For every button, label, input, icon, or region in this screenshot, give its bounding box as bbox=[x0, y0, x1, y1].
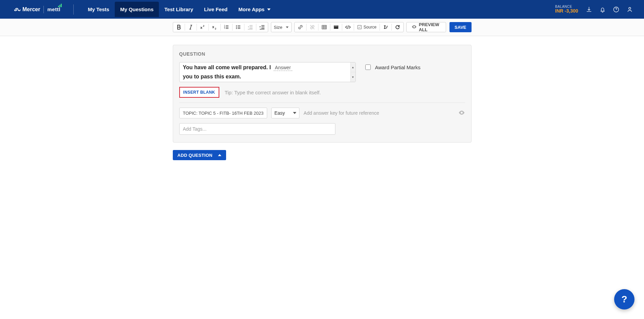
editor-spinner: ▲ ▼ bbox=[350, 62, 355, 82]
formula-button[interactable] bbox=[381, 23, 390, 31]
nav-label: Test Library bbox=[164, 6, 193, 12]
brand-separator bbox=[43, 6, 44, 13]
video-button[interactable] bbox=[332, 23, 341, 31]
svg-text:x: x bbox=[212, 25, 215, 29]
source-button[interactable]: Source bbox=[355, 23, 378, 31]
nav-label: My Tests bbox=[88, 6, 109, 12]
help-icon[interactable] bbox=[613, 6, 620, 13]
bold-button[interactable] bbox=[174, 23, 183, 31]
balance[interactable]: BALANCE INR -3,300 bbox=[555, 5, 578, 14]
infinity-icon bbox=[14, 7, 20, 12]
insert-blank-label: INSERT BLANK bbox=[183, 90, 215, 95]
superscript-button[interactable]: x2 bbox=[198, 23, 207, 31]
svg-rect-15 bbox=[335, 26, 335, 26]
svg-text:x: x bbox=[200, 25, 203, 30]
chevron-down-icon bbox=[267, 8, 271, 11]
tags-input[interactable] bbox=[179, 123, 335, 135]
code-button[interactable] bbox=[344, 23, 352, 31]
nav-more-apps[interactable]: More Apps bbox=[233, 2, 276, 17]
insert-blank-button[interactable]: INSERT BLANK bbox=[179, 87, 219, 98]
download-icon[interactable] bbox=[586, 6, 592, 13]
divider bbox=[179, 102, 465, 103]
brand-mercer: Mercer bbox=[14, 6, 40, 13]
bars-icon bbox=[58, 4, 62, 7]
user-icon[interactable] bbox=[626, 6, 633, 13]
svg-point-9 bbox=[236, 25, 237, 26]
top-icons bbox=[586, 6, 633, 13]
partial-marks-label: Award Partial Marks bbox=[375, 64, 421, 70]
refresh-button[interactable] bbox=[393, 23, 402, 31]
svg-point-1 bbox=[629, 7, 631, 9]
link-button[interactable] bbox=[296, 23, 305, 31]
blank-field[interactable]: Answer bbox=[274, 65, 292, 71]
question-card: QUESTION You have all come well prepared… bbox=[173, 45, 472, 143]
chevron-down-icon bbox=[286, 26, 289, 28]
svg-point-10 bbox=[236, 27, 237, 28]
insert-group: Source bbox=[294, 22, 404, 32]
page-content: QUESTION You have all come well prepared… bbox=[0, 36, 644, 174]
outdent-button[interactable] bbox=[246, 23, 255, 31]
add-question-label: ADD QUESTION bbox=[178, 153, 213, 158]
caret-up-icon bbox=[218, 154, 221, 156]
question-editor[interactable]: You have all come well prepared. I Answe… bbox=[179, 62, 356, 82]
nav-label: Live Feed bbox=[204, 6, 227, 12]
top-nav: Mercer mettl My Tests My Questions Test … bbox=[0, 0, 644, 19]
brand[interactable]: Mercer mettl bbox=[14, 6, 60, 13]
spinner-down[interactable]: ▼ bbox=[351, 72, 355, 82]
source-label: Source bbox=[364, 25, 376, 30]
svg-text:2: 2 bbox=[203, 25, 204, 27]
main-nav: My Tests My Questions Test Library Live … bbox=[82, 0, 276, 19]
spinner-up[interactable]: ▲ bbox=[351, 62, 355, 72]
svg-rect-18 bbox=[337, 26, 337, 26]
svg-rect-12 bbox=[322, 25, 326, 29]
italic-button[interactable] bbox=[186, 23, 195, 31]
question-text-before: You have all come well prepared. I bbox=[183, 64, 271, 71]
eye-icon bbox=[411, 25, 417, 30]
question-heading: QUESTION bbox=[179, 51, 465, 57]
difficulty-value: Easy bbox=[274, 110, 285, 116]
answer-key-input[interactable]: Add answer key for future reference bbox=[303, 110, 454, 116]
answer-key-placeholder: Add answer key for future reference bbox=[303, 110, 379, 116]
question-text-after: you to pass this exam. bbox=[183, 74, 241, 80]
svg-text:3: 3 bbox=[224, 27, 225, 29]
nav-my-questions[interactable]: My Questions bbox=[115, 2, 159, 17]
indent-button[interactable] bbox=[258, 23, 266, 31]
format-group: x2 x2 123 bbox=[173, 22, 268, 32]
partial-marks-option[interactable]: Award Partial Marks bbox=[364, 63, 421, 71]
nav-my-tests[interactable]: My Tests bbox=[82, 2, 115, 17]
preview-label: PREVIEW ALL bbox=[419, 22, 441, 32]
chevron-down-icon bbox=[293, 112, 296, 114]
balance-value: INR -3,300 bbox=[555, 8, 578, 14]
nav-label: My Questions bbox=[120, 6, 153, 12]
font-size-select[interactable]: Size bbox=[271, 22, 292, 32]
svg-text:2: 2 bbox=[215, 27, 216, 30]
save-button[interactable]: SAVE bbox=[449, 22, 471, 32]
difficulty-select[interactable]: Easy bbox=[271, 108, 299, 118]
ordered-list-button[interactable]: 123 bbox=[222, 23, 231, 31]
topic-pill[interactable]: TOPIC: TOPIC 5 - FITB- 16TH FEB 2023 bbox=[179, 108, 268, 118]
visibility-toggle[interactable] bbox=[458, 110, 465, 116]
add-question-button[interactable]: ADD QUESTION bbox=[173, 150, 226, 160]
svg-rect-17 bbox=[336, 26, 337, 26]
brand-mercer-label: Mercer bbox=[22, 6, 40, 13]
unlink-button[interactable] bbox=[308, 23, 317, 31]
svg-point-11 bbox=[236, 28, 237, 29]
svg-rect-14 bbox=[334, 26, 335, 26]
svg-rect-16 bbox=[336, 26, 336, 26]
tip-text: Tip: Type the correct answer in blank it… bbox=[225, 90, 321, 95]
bell-icon[interactable] bbox=[599, 6, 606, 13]
preview-all-button[interactable]: PREVIEW ALL bbox=[406, 22, 446, 32]
table-button[interactable] bbox=[320, 23, 329, 31]
nav-live-feed[interactable]: Live Feed bbox=[199, 2, 233, 17]
partial-marks-checkbox[interactable] bbox=[365, 64, 371, 70]
editor-toolbar: x2 x2 123 Size bbox=[0, 19, 644, 36]
topic-label: TOPIC: TOPIC 5 - FITB- 16TH FEB 2023 bbox=[183, 111, 264, 116]
unordered-list-button[interactable] bbox=[234, 23, 243, 31]
brand-mettl: mettl bbox=[47, 6, 60, 12]
subscript-button[interactable]: x2 bbox=[210, 23, 219, 31]
nav-test-library[interactable]: Test Library bbox=[159, 2, 199, 17]
size-label: Size bbox=[274, 25, 282, 30]
save-label: SAVE bbox=[455, 25, 466, 30]
nav-separator bbox=[73, 4, 74, 15]
svg-rect-19 bbox=[358, 25, 362, 29]
